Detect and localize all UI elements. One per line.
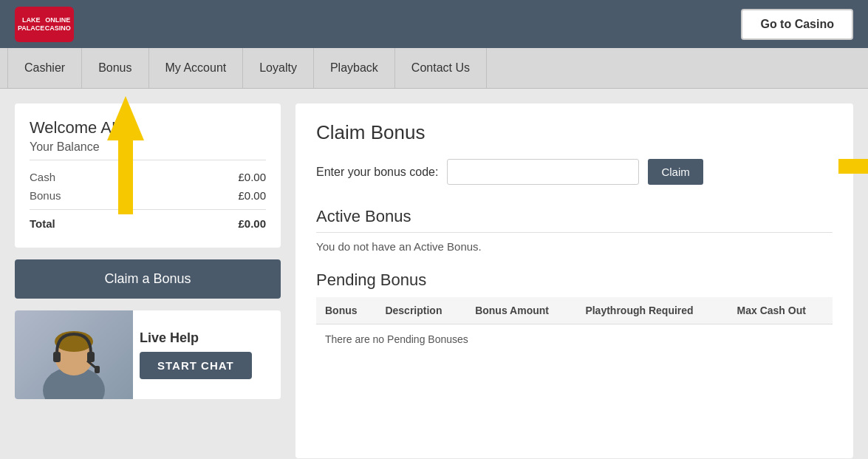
logo: LAKE PALACE ONLINE CASINO bbox=[15, 7, 74, 42]
pending-bonus-title: Pending Bonus bbox=[316, 271, 833, 290]
nav-item-playback[interactable]: Playback bbox=[314, 48, 395, 88]
svg-marker-8 bbox=[838, 152, 868, 181]
live-help-title: Live Help bbox=[140, 330, 199, 346]
bonus-value: £0.00 bbox=[238, 189, 266, 202]
logo-line2: ONLINE CASINO bbox=[44, 16, 71, 33]
no-pending-text: There are no Pending Bonuses bbox=[316, 324, 833, 355]
nav-item-bonus[interactable]: Bonus bbox=[82, 48, 148, 88]
bonus-balance-row: Bonus £0.00 bbox=[30, 186, 266, 205]
svg-marker-0 bbox=[107, 96, 144, 214]
nav-item-cashier[interactable]: Cashier bbox=[7, 48, 82, 88]
col-description: Description bbox=[376, 297, 466, 324]
cash-label: Cash bbox=[30, 171, 55, 183]
col-bonus-amount: Bonus Amount bbox=[466, 297, 576, 324]
col-bonus: Bonus bbox=[316, 297, 376, 324]
bonus-code-label: Enter your bonus code: bbox=[316, 166, 438, 179]
main-nav: Cashier Bonus My Account Loyalty Playbac… bbox=[0, 48, 868, 89]
table-header-row: Bonus Description Bonus Amount Playthrou… bbox=[316, 297, 833, 324]
nav-item-contact-us[interactable]: Contact Us bbox=[395, 48, 487, 88]
nav-item-my-account[interactable]: My Account bbox=[149, 48, 244, 88]
agent-svg bbox=[26, 318, 122, 399]
header: LAKE PALACE ONLINE CASINO Go to Casino bbox=[0, 0, 868, 48]
logo-line1: LAKE PALACE bbox=[18, 16, 44, 33]
your-balance-label: Your Balance bbox=[30, 140, 266, 160]
claim-button[interactable]: Claim bbox=[648, 159, 703, 185]
col-playthrough: Playthrough Required bbox=[576, 297, 728, 324]
total-label: Total bbox=[30, 217, 55, 230]
arrow-annotation-right bbox=[838, 148, 868, 185]
active-bonus-title: Active Bonus bbox=[316, 207, 833, 233]
no-active-bonus-text: You do not have an Active Bonus. bbox=[316, 240, 833, 253]
table-row: There are no Pending Bonuses bbox=[316, 324, 833, 355]
logo-image: LAKE PALACE ONLINE CASINO bbox=[15, 7, 74, 42]
cash-value: £0.00 bbox=[238, 171, 266, 183]
claim-bonus-title: Claim Bonus bbox=[316, 121, 833, 144]
cash-balance-row: Cash £0.00 bbox=[30, 168, 266, 186]
right-panel: Claim Bonus Enter your bonus code: Claim… bbox=[295, 103, 853, 458]
left-panel: Welcome A! Your Balance Cash £0.00 Bonus… bbox=[15, 103, 281, 458]
live-help-content: Live Help START CHAT bbox=[129, 323, 281, 387]
nav-item-loyalty[interactable]: Loyalty bbox=[243, 48, 314, 88]
total-balance-row: Total £0.00 bbox=[30, 214, 266, 233]
agent-figure bbox=[26, 318, 122, 399]
bonus-code-input[interactable] bbox=[447, 159, 639, 185]
go-to-casino-button[interactable]: Go to Casino bbox=[741, 9, 853, 40]
bonus-label: Bonus bbox=[30, 189, 61, 202]
claim-a-bonus-button[interactable]: Claim a Bonus bbox=[15, 259, 281, 299]
svg-rect-7 bbox=[95, 366, 100, 373]
main-content: Welcome A! Your Balance Cash £0.00 Bonus… bbox=[0, 89, 868, 459]
bonus-code-row: Enter your bonus code: Claim bbox=[316, 159, 833, 185]
svg-rect-4 bbox=[53, 352, 61, 362]
total-value: £0.00 bbox=[238, 217, 266, 230]
live-help-card: Live Help START CHAT bbox=[15, 310, 281, 399]
live-help-background bbox=[15, 310, 133, 399]
balance-divider bbox=[30, 209, 266, 210]
welcome-card: Welcome A! Your Balance Cash £0.00 Bonus… bbox=[15, 103, 281, 248]
start-chat-button[interactable]: START CHAT bbox=[140, 352, 252, 379]
col-max-cash-out: Max Cash Out bbox=[728, 297, 833, 324]
welcome-title: Welcome A! bbox=[30, 118, 266, 137]
pending-bonus-table: Bonus Description Bonus Amount Playthrou… bbox=[316, 297, 833, 354]
arrow-annotation-up bbox=[103, 96, 148, 214]
